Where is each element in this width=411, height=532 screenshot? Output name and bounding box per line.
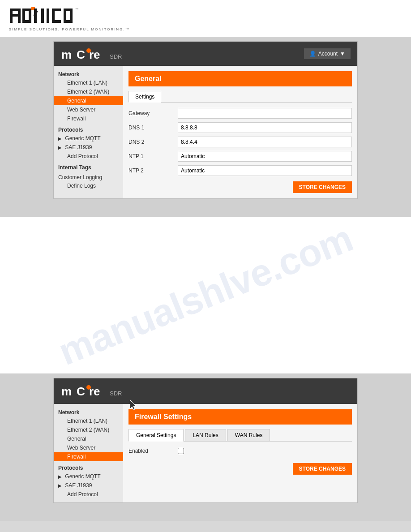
label-ntp2: NTP 2 — [128, 167, 178, 174]
sidebar-item-j1939-2[interactable]: ▶ SAE J1939 — [54, 481, 123, 490]
panel-1-body: Network Ethernet 1 (LAN) Ethernet 2 (WAN… — [54, 66, 357, 198]
checkbox-enabled[interactable] — [178, 448, 184, 454]
svg-text:m: m — [61, 48, 72, 61]
sidebar-item-mqtt-1[interactable]: ▶ Generic MQTT — [54, 134, 123, 143]
sidebar-item-general-2[interactable]: General — [54, 434, 123, 443]
mcore-logo-1: m C re SDR — [60, 46, 132, 61]
sidebar-item-ethernet1-2[interactable]: Ethernet 1 (LAN) — [54, 416, 123, 425]
j1939-label-2: SAE J1939 — [65, 482, 92, 489]
store-changes-button-1[interactable]: STORE CHANGES — [293, 181, 352, 193]
svg-text:SDR: SDR — [110, 53, 122, 60]
sidebar-protocols-label-2: Protocols — [54, 463, 123, 472]
form-row-enabled: Enabled — [128, 448, 352, 454]
label-dns1: DNS 1 — [128, 124, 178, 131]
section-title-2: Firewall Settings — [128, 409, 352, 425]
input-dns1[interactable] — [178, 122, 352, 133]
form-row-ntp1: NTP 1 — [128, 151, 352, 162]
tab-lan-rules[interactable]: LAN Rules — [185, 429, 226, 441]
arrow-icon-j1939-2: ▶ — [58, 483, 62, 488]
sidebar-network-label-1: Network — [54, 69, 123, 78]
svg-rect-11 — [41, 9, 44, 23]
monico-logo-svg: ™ — [9, 7, 98, 26]
sidebar-item-firewall-2[interactable]: Firewall — [54, 452, 123, 461]
account-dropdown-icon-1: ▼ — [340, 51, 345, 57]
label-enabled: Enabled — [128, 448, 178, 454]
account-button-1[interactable]: 👤 Account ▼ — [304, 48, 351, 59]
form-row-dns1: DNS 1 — [128, 122, 352, 133]
svg-text:™: ™ — [75, 8, 78, 11]
sidebar-customer-logging-label: Customer Logging — [54, 172, 123, 181]
arrow-icon-mqtt-1: ▶ — [58, 136, 62, 141]
store-changes-area-2: STORE CHANGES — [128, 461, 352, 475]
settings-tabs-1: Settings — [128, 91, 352, 103]
sidebar-protocols-label-1: Protocols — [54, 125, 123, 134]
mcore-logo-svg-2: m C re SDR — [60, 383, 132, 398]
sidebar-item-ethernet1-1[interactable]: Ethernet 1 (LAN) — [54, 78, 123, 87]
main-content-1: General Settings Gateway DNS 1 — [123, 66, 357, 198]
input-ntp1[interactable] — [178, 151, 352, 162]
arrow-icon-mqtt-2: ▶ — [58, 474, 62, 479]
svg-rect-12 — [47, 9, 49, 23]
sidebar-item-j1939-1[interactable]: ▶ SAE J1939 — [54, 143, 123, 152]
svg-rect-7 — [29, 9, 31, 23]
form-fields-1: Gateway DNS 1 DNS 2 NTP 1 — [128, 108, 352, 176]
svg-text:re: re — [89, 48, 100, 61]
panel-1: m C re SDR 👤 Account ▼ — [53, 41, 358, 199]
svg-text:re: re — [89, 385, 100, 398]
main-content-2: Firewall Settings General Settings LAN R… — [123, 404, 357, 502]
sidebar-network-label-2: Network — [54, 408, 123, 416]
arrow-icon-j1939-1: ▶ — [58, 145, 62, 150]
svg-marker-31 — [130, 400, 136, 410]
sidebar-item-addprotocol-2[interactable]: Add Protocol — [54, 490, 123, 499]
mqtt-label-1: Generic MQTT — [65, 135, 100, 142]
store-changes-button-2[interactable]: STORE CHANGES — [293, 463, 352, 475]
sidebar-item-ethernet2-1[interactable]: Ethernet 2 (WAN) — [54, 87, 123, 96]
label-dns2: DNS 2 — [128, 139, 178, 145]
form-row-dns2: DNS 2 — [128, 137, 352, 147]
input-dns2[interactable] — [178, 137, 352, 147]
panel-2-body: Network Ethernet 1 (LAN) Ethernet 2 (WAN… — [54, 404, 357, 502]
svg-text:m: m — [61, 385, 72, 398]
sidebar-item-webserver-2[interactable]: Web Server — [54, 443, 123, 452]
input-gateway[interactable] — [178, 108, 352, 119]
panel-2: m C re SDR Network Ethernet 1 (LAN) Ethe… — [53, 378, 358, 503]
sidebar-item-definelogs[interactable]: Define Logs — [54, 181, 123, 190]
sidebar-item-webserver-1[interactable]: Web Server — [54, 105, 123, 114]
mqtt-label-2: Generic MQTT — [65, 473, 100, 480]
j1939-label-1: SAE J1939 — [65, 144, 92, 150]
sidebar-2: Network Ethernet 1 (LAN) Ethernet 2 (WAN… — [54, 404, 123, 502]
svg-rect-6 — [22, 9, 25, 23]
mcore-header-1: m C re SDR 👤 Account ▼ — [54, 42, 357, 66]
svg-rect-18 — [64, 9, 66, 23]
mcore-header-2: m C re SDR — [54, 378, 357, 404]
firewall-tabs: General Settings LAN Rules WAN Rules — [128, 429, 352, 442]
label-gateway: Gateway — [128, 110, 178, 116]
store-changes-area-1: STORE CHANGES — [128, 180, 352, 193]
tab-general-settings[interactable]: General Settings — [128, 429, 184, 442]
account-label-1: Account — [318, 51, 338, 57]
sidebar-item-firewall-1[interactable]: Firewall — [54, 114, 123, 123]
monico-logo: ™ SIMPLE SOLUTIONS. POWERFUL MONITORING.… — [9, 7, 402, 31]
label-ntp1: NTP 1 — [128, 153, 178, 159]
monico-tagline: SIMPLE SOLUTIONS. POWERFUL MONITORING.™ — [9, 27, 130, 31]
sidebar-item-ethernet2-2[interactable]: Ethernet 2 (WAN) — [54, 425, 123, 434]
form-row-gateway: Gateway — [128, 108, 352, 119]
input-ntp2[interactable] — [178, 165, 352, 176]
watermark-text: manualshlve.com — [52, 217, 359, 373]
svg-rect-3 — [13, 14, 19, 17]
svg-text:C: C — [77, 48, 85, 61]
svg-text:C: C — [77, 385, 85, 398]
sidebar-item-addprotocol-1[interactable]: Add Protocol — [54, 152, 123, 161]
form-row-ntp2: NTP 2 — [128, 165, 352, 176]
svg-rect-15 — [52, 9, 55, 23]
tab-wan-rules[interactable]: WAN Rules — [227, 429, 270, 441]
sidebar-item-mqtt-2[interactable]: ▶ Generic MQTT — [54, 472, 123, 481]
watermark-area: manualshlve.com — [0, 217, 411, 373]
svg-text:SDR: SDR — [110, 390, 122, 397]
section-title-1: General — [128, 71, 352, 86]
cursor-icon — [130, 400, 139, 412]
tab-settings-1[interactable]: Settings — [128, 91, 161, 103]
mcore-logo-svg-1: m C re SDR — [60, 46, 132, 61]
sidebar-1: Network Ethernet 1 (LAN) Ethernet 2 (WAN… — [54, 66, 123, 198]
sidebar-item-general-1[interactable]: General — [54, 96, 123, 105]
